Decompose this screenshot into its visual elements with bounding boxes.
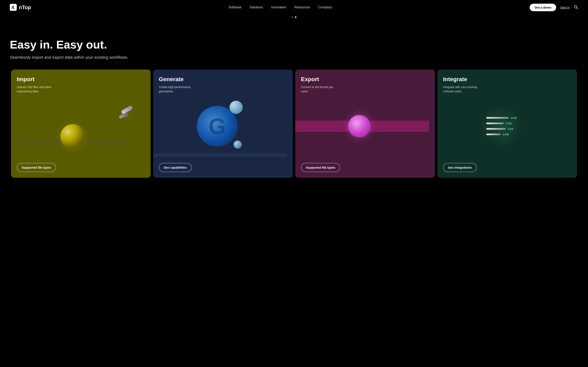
get-demo-button[interactable]: Get a demo	[530, 4, 556, 11]
nav-item-resources[interactable]: Resources	[294, 6, 310, 9]
import-cta-button[interactable]: Supported file types	[17, 163, 56, 172]
card-generate: Generate Create high-performance geometr…	[153, 69, 293, 178]
card-import-visual	[11, 98, 139, 155]
logo-icon	[10, 4, 17, 11]
card-export-cta: Supported file types	[301, 163, 429, 172]
cae-bar	[486, 128, 506, 130]
generate-sphere-2	[233, 141, 242, 149]
nav-link-innovation[interactable]: Innovation	[271, 6, 286, 9]
card-import-cta: Supported file types	[17, 163, 145, 172]
logo[interactable]: nTop	[10, 4, 31, 11]
card-integrate: Integrate Integrate with your existing s…	[437, 69, 577, 178]
card-generate-cta: See capabilities	[159, 163, 287, 172]
card-export-visual	[295, 98, 424, 155]
cad-label: CAD	[506, 122, 511, 125]
card-generate-title: Generate	[159, 76, 287, 83]
cad-bar	[486, 123, 504, 124]
svg-line-1	[577, 8, 578, 9]
card-generate-desc: Create high-performance geometries.	[159, 85, 196, 94]
search-icon	[574, 5, 578, 10]
hero-section: Easy in. Easy out. Seamlessly import and…	[0, 22, 588, 60]
logo-text: nTop	[19, 4, 31, 11]
card-import-title: Import	[17, 76, 145, 83]
generate-g-letter: G	[208, 115, 226, 137]
card-export: Export Convert to the format you need. S…	[295, 69, 435, 178]
card-integrate-cta: See integrations	[443, 163, 571, 172]
nav-item-company[interactable]: Company	[318, 6, 332, 9]
integrate-lines: PLM CAD CAE CAM	[486, 117, 516, 136]
nav-links: Software Solutions Innovation Resources …	[228, 6, 332, 9]
integrate-cta-button[interactable]: See integrations	[443, 163, 477, 172]
hero-heading: Easy in. Easy out.	[10, 38, 578, 51]
nav-item-innovation[interactable]: Innovation	[271, 6, 286, 9]
card-integrate-header: Integrate Integrate with your existing s…	[443, 76, 571, 94]
cae-label: CAE	[508, 127, 513, 131]
generate-sphere-1	[229, 101, 243, 114]
nav-item-software[interactable]: Software	[228, 6, 241, 9]
card-import-desc: Upload CAD files and other engineering d…	[17, 85, 53, 94]
card-import-header: Import Upload CAD files and other engine…	[17, 76, 145, 94]
integrate-line-cad: CAD	[486, 122, 511, 125]
plm-label: PLM	[511, 117, 516, 119]
card-integrate-title: Integrate	[443, 76, 571, 83]
navigation: nTop Software Solutions Innovation Resou…	[0, 0, 588, 15]
hero-subheading: Seamlessly import and export data within…	[10, 55, 578, 60]
logo-svg	[11, 5, 16, 9]
plm-bar	[486, 117, 509, 119]
card-integrate-visual: PLM CAD CAE CAM	[437, 98, 566, 155]
nav-right: Get a demo Sign in	[530, 4, 578, 11]
card-generate-visual: G	[153, 98, 281, 155]
generate-cta-button[interactable]: See capabilities	[159, 163, 192, 172]
export-sphere	[348, 115, 371, 137]
cam-bar	[486, 133, 501, 135]
import-sphere-gold	[61, 124, 85, 149]
integrate-line-plm: PLM	[486, 117, 516, 119]
dot-1[interactable]	[292, 16, 293, 18]
svg-point-0	[574, 6, 577, 8]
cam-label: CAM	[503, 133, 509, 136]
sign-in-button[interactable]: Sign in	[560, 6, 570, 9]
card-integrate-desc: Integrate with your existing software st…	[443, 85, 480, 94]
card-export-title: Export	[301, 76, 429, 83]
nav-link-company[interactable]: Company	[318, 6, 332, 9]
integrate-line-cam: CAM	[486, 133, 509, 136]
card-export-desc: Convert to the format you need.	[301, 85, 338, 94]
pagination-dots	[0, 15, 588, 18]
nav-link-software[interactable]: Software	[228, 6, 241, 9]
dot-2[interactable]	[295, 16, 296, 18]
card-import: Import Upload CAD files and other engine…	[11, 69, 151, 178]
integrate-line-cae: CAE	[486, 127, 513, 131]
generate-stripe	[153, 154, 287, 157]
nav-item-solutions[interactable]: Solutions	[250, 6, 263, 9]
export-cta-button[interactable]: Supported file types	[301, 163, 340, 172]
cards-grid: Import Upload CAD files and other engine…	[0, 69, 588, 190]
search-button[interactable]	[574, 5, 578, 10]
nav-link-solutions[interactable]: Solutions	[250, 6, 263, 9]
nav-link-resources[interactable]: Resources	[294, 6, 310, 9]
card-generate-header: Generate Create high-performance geometr…	[159, 76, 287, 94]
card-export-header: Export Convert to the format you need.	[301, 76, 429, 94]
